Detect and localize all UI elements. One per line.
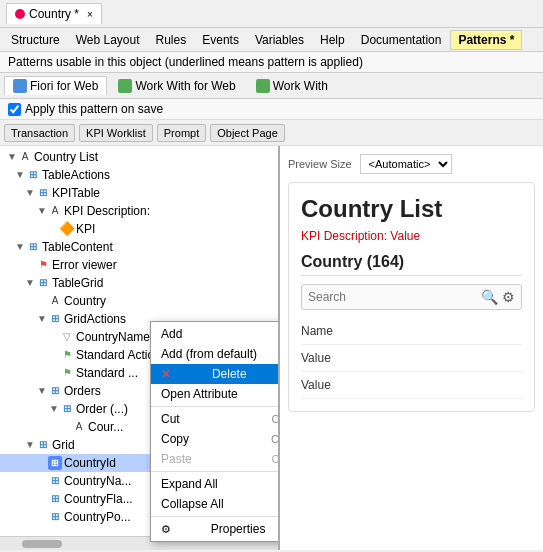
tree-icon-country-name: ▽ [60,330,74,344]
main-content: ▼ A Country List ▼ ⊞ TableActions ▼ ⊞ KP… [0,146,543,550]
menu-structure[interactable]: Structure [4,31,67,49]
search-box[interactable]: 🔍 ⚙ [301,284,522,310]
tree-item-kpi-desc[interactable]: ▼ A KPI Description: [0,202,278,220]
cm-open-attribute[interactable]: Open Attribute [151,384,280,404]
preview-row-value2: Value [301,372,522,399]
tree-icon-country-list: A [18,150,32,164]
tree-icon-table-grid: ⊞ [36,276,50,290]
preview-content: Country List KPI Description: Value Coun… [288,182,535,412]
expand-orders[interactable]: ▼ [36,383,48,399]
cm-delete[interactable]: ✕ Delete SUPR [151,364,280,384]
tree-label-table-actions: TableActions [42,167,110,183]
cm-add-label: Add [161,327,182,341]
tree-icon-countrypop: ⊞ [48,510,62,524]
toolbar: Transaction KPI Worklist Prompt Object P… [0,120,543,146]
tree-label-country-list: Country List [34,149,98,165]
search-input[interactable] [308,290,477,304]
cm-copy-label: Copy [161,432,189,446]
kpi-worklist-button[interactable]: KPI Worklist [79,124,153,142]
settings-icon[interactable]: ⚙ [502,289,515,305]
cm-open-attribute-label: Open Attribute [161,387,238,401]
expand-table-grid[interactable]: ▼ [24,275,36,291]
preview-row-value1-label: Value [301,351,522,365]
tree-item-kpi[interactable]: 🔶 KPI [0,220,278,238]
preview-title: Country List [301,195,522,223]
expand-standard [48,365,60,381]
cm-delete-label: Delete [212,367,247,381]
expand-kpi-table[interactable]: ▼ [24,185,36,201]
preview-row-value1: Value [301,345,522,372]
expand-countrypop [36,509,48,525]
cm-divider-1 [151,406,280,407]
expand-error-viewer [24,257,36,273]
tab-work-with[interactable]: Work With [247,76,337,96]
prompt-button[interactable]: Prompt [157,124,206,142]
transaction-button[interactable]: Transaction [4,124,75,142]
expand-kpi-desc[interactable]: ▼ [36,203,48,219]
work-web-icon [118,79,132,93]
tab-label: Country * [29,7,79,21]
tree-label-kpi: KPI [76,221,95,237]
cm-expand-all-label: Expand All [161,477,218,491]
cm-paste[interactable]: Paste CTRL+V [151,449,280,469]
menu-patterns[interactable]: Patterns * [450,30,522,50]
tree-icon-kpi-table: ⊞ [36,186,50,200]
tree-item-table-content[interactable]: ▼ ⊞ TableContent [0,238,278,256]
cm-properties[interactable]: ⚙ Properties F4 [151,519,280,539]
cm-cut[interactable]: Cut CTRL+X [151,409,280,429]
tab-fiori-for-web[interactable]: Fiori for Web [4,76,107,95]
expand-table-content[interactable]: ▼ [14,239,26,255]
cm-cut-shortcut: CTRL+X [272,413,281,425]
menu-web-layout[interactable]: Web Layout [69,31,147,49]
preview-kpi: KPI Description: Value [301,229,522,243]
close-tab-button[interactable]: × [87,9,93,20]
tab-work-web-label: Work With for Web [135,79,235,93]
tree-label-grid: Grid [52,437,75,453]
expand-order[interactable]: ▼ [48,401,60,417]
cm-add-from-default-label: Add (from default) [161,347,257,361]
scroll-thumb[interactable] [22,540,62,548]
title-tab[interactable]: Country * × [6,3,102,24]
tree-item-kpi-table[interactable]: ▼ ⊞ KPITable [0,184,278,202]
preview-row-value2-label: Value [301,378,522,392]
tree-item-country-list[interactable]: ▼ A Country List [0,148,278,166]
preview-row-name-label: Name [301,324,522,338]
menu-documentation[interactable]: Documentation [354,31,449,49]
apply-pattern-checkbox[interactable] [8,103,21,116]
preview-section-title: Country (164) [301,253,522,276]
expand-countryflag [36,491,48,507]
tree-icon-grid-actions: ⊞ [48,312,62,326]
tree-label-error-viewer: Error viewer [52,257,117,273]
tree-icon-standard-action: ⚑ [60,348,74,362]
menu-rules[interactable]: Rules [149,31,194,49]
tree-label-country: Country [64,293,106,309]
cm-copy[interactable]: Copy CTRL+C [151,429,280,449]
preview-size-select[interactable]: <Automatic> [360,154,452,174]
tree-label-cour: Cour... [88,419,123,435]
cm-collapse-all[interactable]: Collapse All [151,494,280,514]
tree-label-standard: Standard ... [76,365,138,381]
tree-item-table-actions[interactable]: ▼ ⊞ TableActions [0,166,278,184]
cm-add[interactable]: Add ▶ [151,324,280,344]
tab-work-with-for-web[interactable]: Work With for Web [109,76,244,96]
menu-help[interactable]: Help [313,31,352,49]
expand-grid[interactable]: ▼ [24,437,36,453]
cm-copy-shortcut: CTRL+C [271,433,280,445]
cm-add-from-default[interactable]: Add (from default) ▶ [151,344,280,364]
expand-grid-actions[interactable]: ▼ [36,311,48,327]
expand-country-list[interactable]: ▼ [6,149,18,165]
expand-table-actions[interactable]: ▼ [14,167,26,183]
menu-events[interactable]: Events [195,31,246,49]
cm-expand-all[interactable]: Expand All [151,474,280,494]
tree-icon-table-actions: ⊞ [26,168,40,182]
tree-label-countryid: CountryId [64,455,116,471]
tab-fiori-label: Fiori for Web [30,79,98,93]
tree-item-table-grid[interactable]: ▼ ⊞ TableGrid [0,274,278,292]
tree-item-error-viewer[interactable]: ⚑ Error viewer [0,256,278,274]
menu-variables[interactable]: Variables [248,31,311,49]
search-icon[interactable]: 🔍 [481,289,498,305]
info-bar: Patterns usable in this object (underlin… [0,52,543,73]
object-page-button[interactable]: Object Page [210,124,285,142]
tree-item-country[interactable]: A Country [0,292,278,310]
preview-panel: Preview Size <Automatic> Country List KP… [280,146,543,550]
